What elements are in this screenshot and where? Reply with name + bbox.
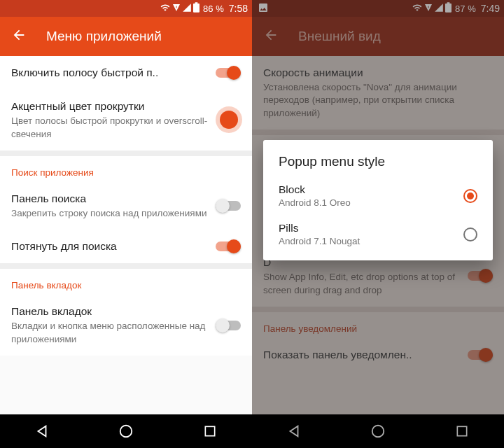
back-button[interactable] [11,27,27,46]
status-bar: 86 % 7:58 [0,0,252,17]
setting-label: Панель поиска [11,192,210,206]
setting-accent-color[interactable]: Акцентный цвет прокрутки Цвет полосы быс… [0,90,252,150]
section-search: Поиск приложения [0,156,252,182]
accent-color-dot [220,111,238,129]
popup-menu-style-dialog: Popup menu style Block Android 8.1 Oreo … [263,140,493,260]
setting-pull-search[interactable]: Потянуть для поиска [0,230,252,263]
divider [0,150,252,156]
radio-option-pills[interactable]: Pills Android 7.1 Nougat [263,215,493,253]
settings-list: Включить полосу быстрой п.. Акцентный цв… [0,56,252,414]
dialog-title: Popup menu style [263,154,493,176]
option-label: Pills [279,222,463,234]
setting-tabs-panel[interactable]: Панель вкладок Вкладки и кнопка меню рас… [0,295,252,356]
toolbar: Меню приложений [0,17,252,56]
switch-toggle[interactable] [216,199,241,213]
option-sub: Android 8.1 Oreo [279,197,463,208]
divider [0,263,252,269]
setting-desc: Закрепить строку поиска над приложениями [11,207,210,220]
option-sub: Android 7.1 Nougat [279,236,463,246]
nav-back-button[interactable] [34,423,50,440]
setting-label: Акцентный цвет прокрутки [11,99,214,113]
battery-icon [193,2,200,15]
setting-desc: Цвет полосы быстрой прокрутки и overscro… [11,115,214,140]
wifi-icon [160,3,171,15]
nav-recents-button[interactable] [202,423,218,440]
svg-point-0 [120,426,132,438]
option-label: Block [279,183,463,196]
setting-label: Потянуть для поиска [11,239,210,253]
clock-text: 7:58 [229,3,248,14]
battery-text: 86 % [203,4,224,14]
radio-button[interactable] [463,227,477,241]
svg-rect-1 [205,426,214,435]
signal-icon [182,3,192,15]
section-tabs: Панель вкладок [0,269,252,295]
setting-quick-scroll[interactable]: Включить полосу быстрой п.. [0,56,252,90]
setting-label: Включить полосу быстрой п.. [11,66,210,80]
nav-home-button[interactable] [118,423,134,440]
radio-button[interactable] [463,189,477,203]
device-left: 86 % 7:58 Меню приложений Включить полос… [0,0,252,448]
no-sim-icon [172,3,181,15]
page-title: Меню приложений [46,29,162,44]
switch-toggle[interactable] [216,239,241,253]
setting-desc: Вкладки и кнопка меню расположенные над … [11,320,210,345]
switch-toggle[interactable] [216,66,241,80]
switch-toggle[interactable] [216,318,241,332]
setting-label: Панель вкладок [11,304,210,318]
radio-option-block[interactable]: Block Android 8.1 Oreo [263,176,493,215]
setting-search-panel[interactable]: Панель поиска Закрепить строку поиска на… [0,182,252,230]
device-right: 87 % 7:49 Внешний вид Скорость анимации … [252,0,504,448]
nav-bar [0,414,252,448]
